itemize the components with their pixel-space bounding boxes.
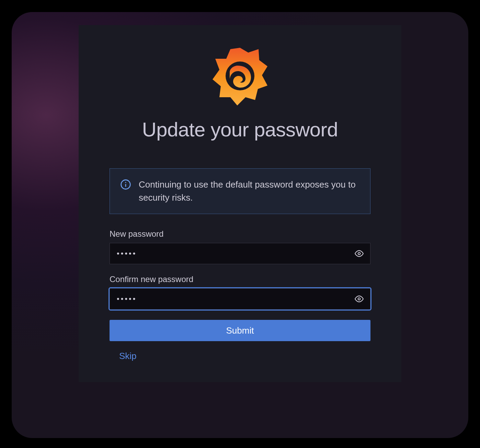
toggle-new-password-visibility-button[interactable] xyxy=(353,247,366,260)
password-form: New password Confirm new password xyxy=(110,229,370,361)
info-banner: Continuing to use the default password e… xyxy=(110,168,370,214)
toggle-confirm-password-visibility-button[interactable] xyxy=(353,292,366,305)
confirm-password-wrap xyxy=(110,288,370,310)
svg-point-4 xyxy=(358,253,361,255)
eye-icon xyxy=(355,249,364,258)
page-title: Update your password xyxy=(142,118,338,141)
info-text: Continuing to use the default password e… xyxy=(139,178,360,204)
info-icon xyxy=(120,179,131,190)
new-password-input[interactable] xyxy=(110,243,370,264)
confirm-password-input[interactable] xyxy=(110,288,370,310)
eye-icon xyxy=(355,294,364,303)
new-password-wrap xyxy=(110,243,370,264)
confirm-password-label: Confirm new password xyxy=(110,275,370,284)
update-password-card: Update your password Continuing to use t… xyxy=(79,25,401,382)
svg-point-3 xyxy=(125,182,126,183)
grafana-logo-icon xyxy=(206,42,274,111)
app-window: Update your password Continuing to use t… xyxy=(12,12,468,438)
skip-link[interactable]: Skip xyxy=(119,351,137,361)
new-password-label: New password xyxy=(110,229,370,239)
svg-point-5 xyxy=(358,298,361,300)
submit-button[interactable]: Submit xyxy=(110,320,370,341)
